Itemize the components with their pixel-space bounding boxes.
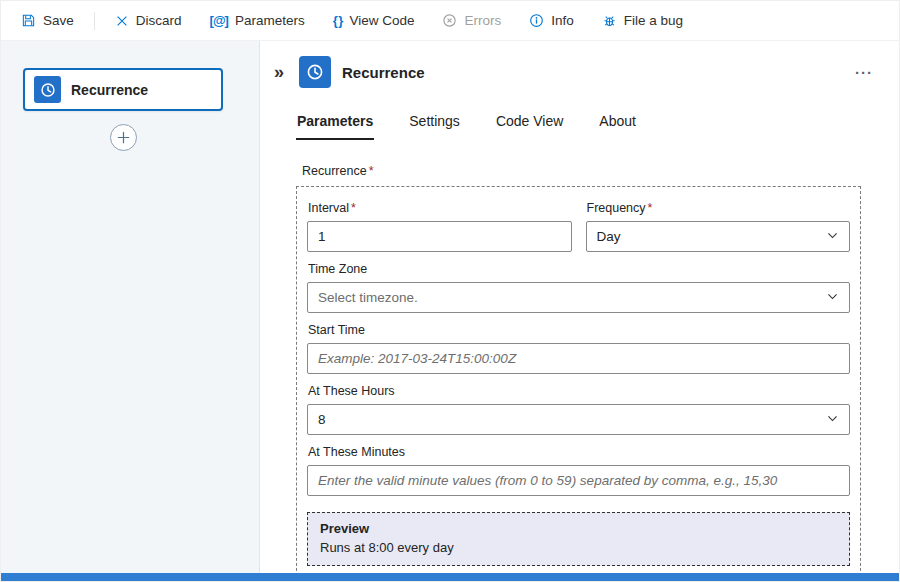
file-a-bug-label: File a bug bbox=[624, 13, 683, 28]
tab-code-view[interactable]: Code View bbox=[495, 113, 564, 140]
tab-parameters[interactable]: Parameters bbox=[296, 113, 374, 140]
discard-button[interactable]: Discard bbox=[113, 9, 184, 32]
discard-icon bbox=[115, 14, 129, 28]
errors-label: Errors bbox=[464, 13, 501, 28]
recurrence-section-label: Recurrence* bbox=[302, 164, 861, 178]
start-time-label: Start Time bbox=[308, 323, 850, 337]
timezone-placeholder: Select timezone. bbox=[318, 290, 418, 305]
workflow-canvas[interactable]: Recurrence bbox=[1, 41, 260, 575]
logic-apps-designer: Save Discard [@] Parameters { } View Cod… bbox=[0, 0, 900, 582]
frequency-dropdown[interactable]: Day bbox=[586, 221, 851, 252]
preview-title: Preview bbox=[320, 521, 837, 536]
required-marker: * bbox=[648, 201, 653, 215]
tab-settings[interactable]: Settings bbox=[408, 113, 461, 140]
parameters-tab-content: Recurrence* Interval* Frequency* bbox=[260, 140, 899, 581]
add-step-button[interactable] bbox=[110, 124, 137, 151]
save-icon bbox=[21, 13, 36, 28]
recurrence-parameters-group: Interval* Frequency* Day bbox=[296, 186, 861, 581]
file-a-bug-button[interactable]: File a bug bbox=[600, 9, 685, 32]
hours-value: 8 bbox=[318, 412, 326, 427]
toolbar-divider bbox=[94, 12, 95, 30]
save-label: Save bbox=[43, 13, 74, 28]
details-panel: » Recurrence ··· Parameters Settings Cod… bbox=[260, 41, 899, 575]
panel-title: Recurrence bbox=[342, 64, 425, 81]
interval-input[interactable] bbox=[307, 221, 572, 252]
frequency-value: Day bbox=[597, 229, 621, 244]
hours-dropdown[interactable]: 8 bbox=[307, 404, 850, 435]
frequency-label: Frequency* bbox=[587, 201, 851, 215]
timezone-label: Time Zone bbox=[308, 262, 850, 276]
parameters-button[interactable]: [@] Parameters bbox=[208, 9, 307, 32]
panel-header: » Recurrence ··· bbox=[260, 56, 899, 88]
view-code-icon: { } bbox=[333, 13, 343, 28]
bottom-status-strip bbox=[1, 573, 899, 581]
discard-label: Discard bbox=[136, 13, 182, 28]
view-code-label: View Code bbox=[349, 13, 414, 28]
chevron-down-icon bbox=[826, 290, 839, 306]
info-label: Info bbox=[551, 13, 574, 28]
chevron-down-icon bbox=[826, 412, 839, 428]
parameters-label: Parameters bbox=[235, 13, 305, 28]
interval-label: Interval* bbox=[308, 201, 572, 215]
required-marker: * bbox=[351, 201, 356, 215]
info-button[interactable]: Info bbox=[527, 9, 576, 32]
recurrence-clock-icon bbox=[34, 76, 61, 103]
parameters-icon: [@] bbox=[210, 13, 228, 28]
tab-about[interactable]: About bbox=[598, 113, 637, 140]
errors-button[interactable]: Errors bbox=[440, 9, 503, 32]
save-button[interactable]: Save bbox=[19, 9, 76, 32]
start-time-input[interactable] bbox=[307, 343, 850, 374]
recurrence-trigger-card[interactable]: Recurrence bbox=[23, 68, 223, 111]
collapse-panel-icon[interactable]: » bbox=[270, 61, 288, 83]
info-icon bbox=[529, 13, 544, 28]
view-code-button[interactable]: { } View Code bbox=[331, 9, 417, 32]
trigger-card-label: Recurrence bbox=[71, 82, 148, 98]
bug-icon bbox=[602, 13, 617, 28]
required-marker: * bbox=[369, 164, 374, 178]
recurrence-preview: Preview Runs at 8:00 every day bbox=[307, 512, 850, 566]
preview-text: Runs at 8:00 every day bbox=[320, 540, 837, 555]
errors-icon bbox=[442, 13, 457, 28]
hours-label: At These Hours bbox=[308, 384, 850, 398]
minutes-input[interactable] bbox=[307, 465, 850, 496]
designer-toolbar: Save Discard [@] Parameters { } View Cod… bbox=[1, 1, 899, 41]
more-options-icon[interactable]: ··· bbox=[849, 62, 879, 83]
timezone-dropdown[interactable]: Select timezone. bbox=[307, 282, 850, 313]
panel-tabs: Parameters Settings Code View About bbox=[260, 113, 899, 140]
minutes-label: At These Minutes bbox=[308, 445, 850, 459]
recurrence-clock-icon bbox=[299, 56, 331, 88]
chevron-down-icon bbox=[826, 229, 839, 245]
